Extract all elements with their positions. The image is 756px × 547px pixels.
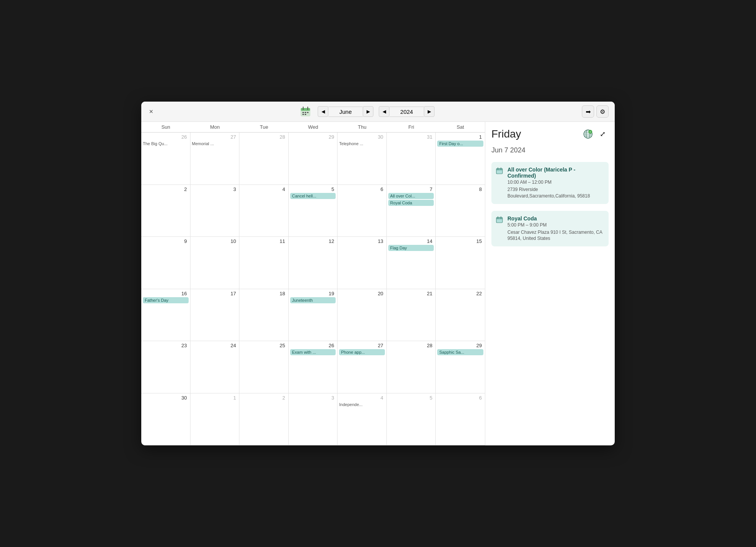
event-card-time: 5:00 PM – 9:00 PM [507, 222, 604, 228]
day-number: 1 [437, 134, 483, 140]
event-card[interactable]: All over Color (Maricela P - Confirmed)1… [491, 162, 609, 204]
cal-cell[interactable]: 5Cancel hell... [289, 185, 338, 237]
cal-cell[interactable]: 29 [289, 133, 338, 185]
event-chip[interactable]: The Big Qu... [143, 141, 189, 147]
cal-cell[interactable]: 31 [387, 133, 436, 185]
event-chip[interactable]: Independe... [339, 401, 385, 408]
cal-cell[interactable]: 20 [338, 289, 387, 341]
day-number: 20 [339, 291, 385, 296]
calendar-icon[interactable] [299, 105, 312, 118]
cal-cell[interactable]: 12 [289, 237, 338, 289]
cal-cell[interactable]: 28 [387, 341, 436, 393]
event-chip[interactable]: Sapphic Sa... [437, 349, 483, 355]
day-number: 28 [241, 134, 287, 140]
calendar-header: ✕ ◀ June ▶ ◀ 2024 ▶ [141, 102, 615, 122]
cal-cell[interactable]: 1 [191, 393, 240, 446]
day-number: 27 [192, 134, 238, 140]
day-number: 11 [241, 238, 287, 244]
close-button[interactable]: ✕ [147, 108, 155, 115]
cal-cell[interactable]: 28 [239, 133, 289, 185]
cal-cell[interactable]: 23 [141, 341, 191, 393]
cal-cell[interactable]: 10 [191, 237, 240, 289]
cal-cell[interactable]: 4 [239, 185, 289, 237]
prev-month-button[interactable]: ◀ [318, 106, 328, 117]
cal-cell[interactable]: 21 [387, 289, 436, 341]
cal-cell[interactable]: 6 [338, 185, 387, 237]
panel-date: Jun 7 2024 [491, 146, 609, 154]
svg-rect-1 [301, 108, 310, 111]
event-card-address: 2739 Riverside Boulevard,Sacramento,Cali… [507, 186, 604, 199]
expand-icon[interactable]: ⤢ [596, 128, 609, 140]
event-chip[interactable]: Juneteenth [290, 297, 336, 303]
day-number: 10 [192, 238, 238, 244]
event-chip[interactable]: Father's Day [143, 297, 189, 303]
cal-cell[interactable]: 16Father's Day [141, 289, 191, 341]
day-number: 26 [143, 134, 189, 140]
day-number: 14 [388, 238, 434, 244]
event-chip[interactable]: Memorial ... [192, 141, 238, 147]
cal-cell[interactable]: 27Phone app... [338, 341, 387, 393]
event-chip[interactable]: First Day o... [437, 141, 483, 147]
cal-cell[interactable]: 9 [141, 237, 191, 289]
day-number: 9 [143, 238, 189, 244]
svg-rect-5 [305, 112, 306, 113]
cal-cell[interactable]: 4Independe... [338, 393, 387, 446]
event-chip[interactable]: Exam with ... [290, 349, 336, 355]
cal-cell[interactable]: 17 [191, 289, 240, 341]
day-header-tue: Tue [239, 122, 289, 132]
cal-cell[interactable]: 30Telephone ... [338, 133, 387, 185]
cal-cell[interactable]: 5 [387, 393, 436, 446]
share-button[interactable]: ➡ [582, 105, 594, 118]
day-header-sun: Sun [141, 122, 191, 132]
cal-cell[interactable]: 25 [239, 341, 289, 393]
cal-cell[interactable]: 26The Big Qu... [141, 133, 191, 185]
event-chip[interactable]: Cancel hell... [290, 193, 336, 199]
event-chip[interactable]: Phone app... [339, 349, 385, 355]
cal-cell[interactable]: 6 [436, 393, 485, 446]
cal-cell[interactable]: 27Memorial ... [191, 133, 240, 185]
svg-rect-8 [305, 114, 306, 115]
cal-cell[interactable]: 8 [436, 185, 485, 237]
event-card[interactable]: Royal Coda5:00 PM – 9:00 PMCesar Chavez … [491, 211, 609, 247]
event-chip[interactable]: Royal Coda [388, 200, 434, 206]
cal-cell[interactable]: 2 [141, 185, 191, 237]
cal-cell[interactable]: 2 [239, 393, 289, 446]
next-year-button[interactable]: ▶ [424, 106, 435, 117]
day-number: 19 [290, 291, 336, 296]
day-header-wed: Wed [289, 122, 338, 132]
day-number: 25 [241, 343, 287, 348]
settings-button[interactable]: ⚙ [596, 105, 609, 118]
svg-rect-17 [496, 168, 502, 170]
day-number: 24 [192, 343, 238, 348]
cal-cell[interactable]: 7All over Col...Royal Coda [387, 185, 436, 237]
cal-cell[interactable]: 19Juneteenth [289, 289, 338, 341]
right-panel: Friday + ⤢ [485, 122, 615, 445]
prev-year-button[interactable]: ◀ [379, 106, 389, 117]
cal-cell[interactable]: 13 [338, 237, 387, 289]
cal-cell[interactable]: 15 [436, 237, 485, 289]
cal-cell[interactable]: 30 [141, 393, 191, 446]
day-number: 2 [143, 186, 189, 192]
day-number: 26 [290, 343, 336, 348]
event-chip[interactable]: Flag Day [388, 245, 434, 251]
cal-cell[interactable]: 29Sapphic Sa... [436, 341, 485, 393]
calendar-grid: 26The Big Qu...27Memorial ...282930Telep… [141, 133, 485, 445]
cal-cell[interactable]: 18 [239, 289, 289, 341]
day-number: 13 [339, 238, 385, 244]
day-number: 4 [339, 395, 385, 401]
cal-cell[interactable]: 26Exam with ... [289, 341, 338, 393]
globe-icon[interactable]: + [582, 128, 594, 140]
cal-cell[interactable]: 11 [239, 237, 289, 289]
day-header-mon: Mon [191, 122, 240, 132]
event-chip[interactable]: Telephone ... [339, 141, 385, 147]
day-number: 23 [143, 343, 189, 348]
cal-cell[interactable]: 24 [191, 341, 240, 393]
event-chip[interactable]: All over Col... [388, 193, 434, 199]
cal-cell[interactable]: 22 [436, 289, 485, 341]
cal-cell[interactable]: 1First Day o... [436, 133, 485, 185]
cal-cell[interactable]: 3 [289, 393, 338, 446]
cal-cell[interactable]: 3 [191, 185, 240, 237]
svg-rect-6 [307, 112, 309, 113]
cal-cell[interactable]: 14Flag Day [387, 237, 436, 289]
next-month-button[interactable]: ▶ [363, 106, 373, 117]
